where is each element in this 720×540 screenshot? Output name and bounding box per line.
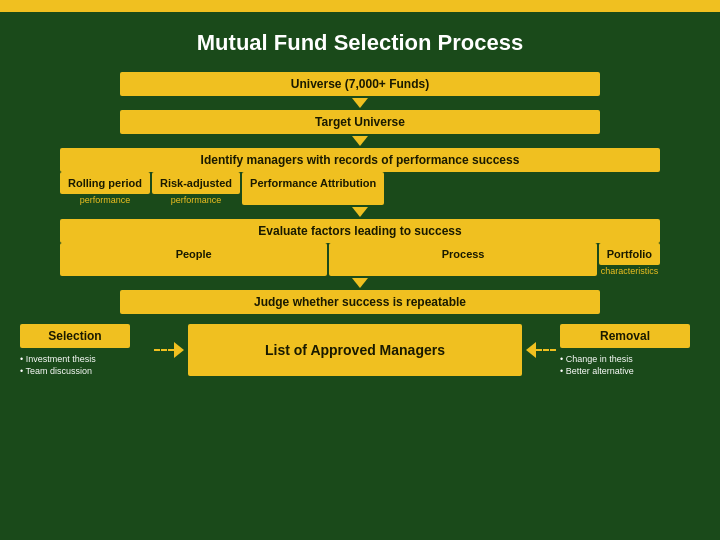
eval2-label: Process — [329, 243, 596, 276]
bottom-section: Selection • Investment thesis • Team dis… — [20, 324, 700, 376]
judge-box: Judge whether success is repeatable — [120, 290, 600, 314]
col1-label: Rolling period — [60, 172, 150, 194]
arrow-2 — [352, 136, 368, 146]
evaluate-header: Evaluate factors leading to success — [60, 219, 660, 243]
selection-bullet2: • Team discussion — [20, 366, 135, 376]
identify-header: Identify managers with records of perfor… — [60, 148, 660, 172]
removal-bullet1: • Change in thesis — [560, 354, 690, 364]
arrow-1 — [352, 98, 368, 108]
approved-panel: List of Approved Managers — [188, 324, 522, 376]
removal-label: Removal — [560, 324, 690, 348]
eval1-label: People — [60, 243, 327, 276]
selection-panel: Selection • Investment thesis • Team dis… — [20, 324, 150, 376]
arrow-4 — [352, 278, 368, 288]
col3-label: Performance Attribution — [242, 172, 384, 205]
selection-label: Selection — [20, 324, 130, 348]
universe-box: Universe (7,000+ Funds) — [120, 72, 600, 96]
arrow-approved-removal — [526, 342, 556, 358]
arrow-3 — [352, 207, 368, 217]
top-bar — [0, 0, 720, 12]
approved-box: List of Approved Managers — [188, 324, 522, 376]
selection-bullet1: • Investment thesis — [20, 354, 135, 364]
col2-label: Risk-adjusted — [152, 172, 240, 194]
eval3-label: Portfolio — [599, 243, 660, 265]
col1-sub: performance — [80, 195, 131, 205]
arrow-sel-approved — [154, 342, 184, 358]
col2-sub: performance — [171, 195, 222, 205]
removal-panel: Removal • Change in thesis • Better alte… — [560, 324, 700, 376]
removal-bullet2: • Better alternative — [560, 366, 690, 376]
eval3-sub: characteristics — [601, 266, 659, 276]
identify-columns: Rolling period performance Risk-adjusted… — [60, 172, 660, 205]
evaluate-columns: People Process Portfolio characteristics — [60, 243, 660, 276]
page-title: Mutual Fund Selection Process — [197, 30, 523, 56]
target-universe-box: Target Universe — [120, 110, 600, 134]
flow-container: Universe (7,000+ Funds) Target Universe … — [40, 72, 680, 376]
